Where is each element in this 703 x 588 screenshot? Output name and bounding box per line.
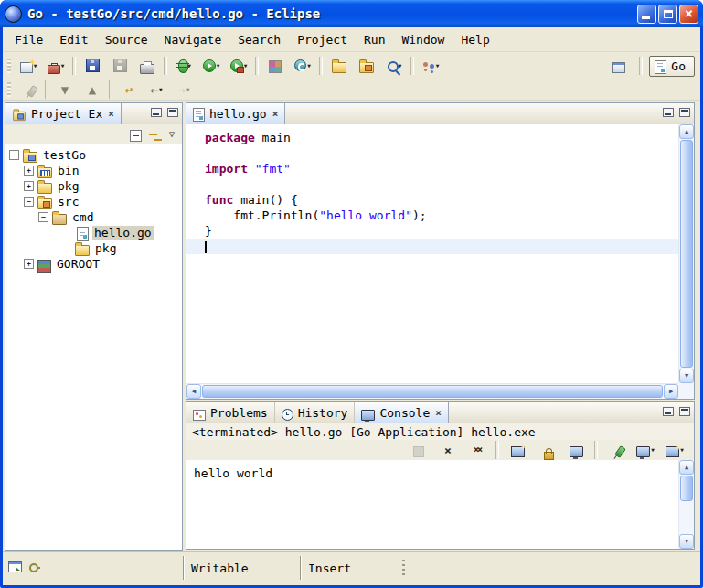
expand-box-icon[interactable]: + bbox=[24, 166, 34, 176]
run-button[interactable]: ▼ bbox=[197, 54, 225, 78]
tree-item-goroot[interactable]: + GOROOT bbox=[5, 256, 182, 272]
scroll-right-button[interactable]: ▶ bbox=[664, 384, 678, 399]
view-menu-icon[interactable]: ▽ bbox=[169, 130, 175, 139]
go-perspective-button[interactable]: Go bbox=[649, 56, 695, 77]
remove-launch-button[interactable]: × bbox=[434, 438, 462, 462]
maximize-view-button[interactable] bbox=[167, 108, 178, 117]
back-button[interactable]: ←▼ bbox=[143, 78, 170, 102]
open-perspective-button[interactable] bbox=[605, 54, 633, 78]
save-all-button[interactable] bbox=[106, 54, 133, 78]
tab-problems[interactable]: Problems bbox=[186, 402, 275, 423]
minimize-view-button[interactable] bbox=[663, 407, 674, 416]
minimize-view-button[interactable] bbox=[663, 108, 674, 117]
tab-project-explorer[interactable]: Project Ex × bbox=[5, 103, 122, 124]
scroll-down-button[interactable]: ▼ bbox=[679, 369, 694, 383]
open-resource-button[interactable] bbox=[353, 54, 380, 78]
expand-box-icon[interactable]: + bbox=[24, 259, 34, 269]
folder-icon bbox=[332, 62, 346, 73]
console-output[interactable]: hello world ▲ ▼ bbox=[186, 460, 694, 549]
tab-history[interactable]: History bbox=[275, 402, 356, 423]
forward-button[interactable]: →▼ bbox=[170, 78, 197, 102]
new-project-button[interactable]: ▼ bbox=[42, 54, 69, 78]
scrollbar-thumb[interactable] bbox=[202, 385, 663, 398]
menu-file[interactable]: File bbox=[6, 30, 51, 49]
go-new-package-button[interactable] bbox=[261, 54, 289, 78]
save-button[interactable] bbox=[79, 54, 106, 78]
open-folder-button[interactable] bbox=[325, 54, 353, 78]
print-button[interactable] bbox=[133, 54, 161, 78]
scroll-lock-button[interactable] bbox=[533, 438, 560, 462]
trim-key-icon[interactable] bbox=[29, 562, 39, 572]
scroll-up-button[interactable]: ▲ bbox=[679, 124, 694, 139]
menu-window[interactable]: Window bbox=[393, 30, 453, 49]
fast-view-icon[interactable] bbox=[8, 561, 22, 572]
maximize-view-button[interactable] bbox=[679, 407, 690, 416]
word-wrap-button[interactable] bbox=[562, 438, 590, 462]
left-arrow-icon: ◀ bbox=[192, 388, 196, 395]
tree-item-bin[interactable]: + bin bbox=[5, 163, 182, 178]
external-tools-button[interactable]: ▼ bbox=[225, 54, 252, 78]
close-view-icon[interactable]: × bbox=[108, 109, 114, 119]
toolbar-grip[interactable] bbox=[7, 82, 11, 97]
scrollbar-thumb[interactable] bbox=[680, 140, 693, 368]
pin-console-button[interactable] bbox=[602, 438, 630, 462]
close-tab-icon[interactable]: × bbox=[272, 109, 279, 119]
go-tools-button[interactable]: ▼ bbox=[289, 54, 316, 78]
search-button[interactable]: ▼ bbox=[380, 54, 408, 78]
minimize-button[interactable] bbox=[637, 5, 656, 24]
status-insert-mode: Insert bbox=[300, 556, 400, 580]
debug-button[interactable]: ▼ bbox=[170, 54, 197, 78]
tree-item-cmd[interactable]: − cmd bbox=[5, 209, 182, 225]
console-vertical-scrollbar[interactable]: ▲ ▼ bbox=[678, 460, 694, 549]
link-with-editor-icon[interactable] bbox=[149, 133, 162, 142]
maximize-view-button[interactable] bbox=[679, 108, 690, 117]
new-wizard-button[interactable]: ▼ bbox=[15, 54, 42, 78]
minimize-view-button[interactable] bbox=[151, 108, 162, 117]
previous-annotation-button[interactable]: ▲ bbox=[79, 78, 106, 102]
scroll-down-button[interactable]: ▼ bbox=[679, 534, 694, 549]
maximize-button[interactable] bbox=[658, 5, 677, 24]
expand-box-icon[interactable]: + bbox=[24, 181, 34, 191]
team-button[interactable]: ▼ bbox=[417, 54, 444, 78]
tree-item-pkg-src[interactable]: pkg bbox=[5, 241, 182, 256]
terminate-button[interactable] bbox=[405, 438, 432, 462]
scroll-left-button[interactable]: ◀ bbox=[186, 384, 201, 399]
menu-project[interactable]: Project bbox=[289, 30, 356, 49]
console-process-label: <terminated> hello.go [Go Application] h… bbox=[192, 425, 536, 439]
open-console-button[interactable]: ▼ bbox=[661, 438, 688, 462]
collapse-box-icon[interactable]: − bbox=[24, 197, 34, 207]
tree-item-hello-go[interactable]: hello.go bbox=[5, 225, 182, 241]
collapse-box-icon[interactable]: − bbox=[9, 150, 19, 160]
scrollbar-thumb[interactable] bbox=[680, 476, 693, 501]
collapse-all-icon[interactable] bbox=[130, 130, 142, 142]
menu-help[interactable]: Help bbox=[453, 30, 497, 49]
code-line: package main bbox=[186, 130, 678, 145]
scroll-up-button[interactable]: ▲ bbox=[679, 460, 694, 475]
code-area[interactable]: package main import "fmt" func main() { … bbox=[186, 124, 678, 383]
menu-run[interactable]: Run bbox=[356, 30, 393, 49]
tree-item-src[interactable]: − src bbox=[5, 194, 182, 209]
menu-edit[interactable]: Edit bbox=[51, 30, 96, 49]
close-button[interactable]: × bbox=[679, 5, 698, 24]
close-tab-icon[interactable]: × bbox=[435, 408, 442, 418]
clear-console-button[interactable] bbox=[504, 438, 531, 462]
collapse-box-icon[interactable]: − bbox=[38, 212, 48, 222]
last-edit-location-button[interactable]: ↩ bbox=[115, 78, 143, 102]
pin-editor-button[interactable] bbox=[15, 78, 42, 102]
menu-search[interactable]: Search bbox=[229, 30, 289, 49]
menu-navigate[interactable]: Navigate bbox=[156, 30, 230, 49]
menu-source[interactable]: Source bbox=[97, 30, 156, 49]
project-tree[interactable]: − testGo + bin + pkg − bbox=[5, 144, 182, 550]
go-file-icon bbox=[193, 108, 205, 122]
tree-item-testgo[interactable]: − testGo bbox=[5, 147, 182, 163]
toolbar-grip[interactable] bbox=[7, 59, 11, 73]
editor-vertical-scrollbar[interactable]: ▲ ▼ bbox=[678, 124, 694, 383]
editor-horizontal-scrollbar[interactable]: ◀ ▶ bbox=[186, 383, 678, 399]
next-annotation-button[interactable]: ▼ bbox=[51, 78, 79, 102]
tab-hello-go[interactable]: hello.go × bbox=[186, 103, 285, 124]
display-console-button[interactable]: ▼ bbox=[632, 438, 659, 462]
tab-console[interactable]: Console × bbox=[355, 402, 448, 423]
remove-all-launches-button[interactable]: ×× bbox=[463, 438, 491, 462]
explorer-icon bbox=[13, 111, 26, 120]
tree-item-pkg[interactable]: + pkg bbox=[5, 178, 182, 194]
